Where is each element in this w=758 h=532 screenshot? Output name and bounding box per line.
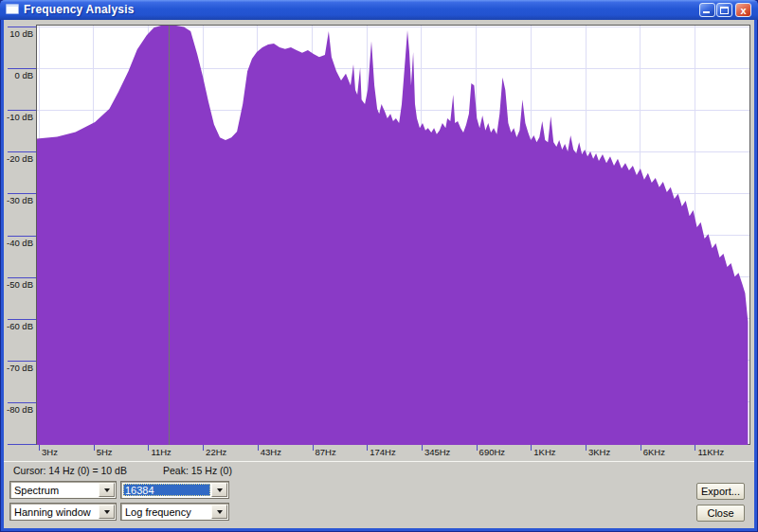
x-axis-ruler: 3Hz5Hz11Hz22Hz43Hz87Hz174Hz345Hz690Hz1KH… [36, 445, 750, 458]
y-axis-label: -70 dB [0, 363, 33, 373]
y-axis-label: -80 dB [0, 404, 33, 415]
window-title: Frequency Analysis [24, 3, 135, 16]
algorithm-combobox[interactable]: Spectrum [9, 481, 117, 499]
y-axis-label: -50 dB [0, 279, 33, 290]
x-axis-label: 6KHz [643, 447, 665, 457]
dropdown-arrow-icon[interactable] [99, 505, 115, 519]
frequency-analysis-window: Frequency Analysis x 10 dB0 dB-10 dB-20 … [0, 0, 758, 532]
y-axis-label: -10 dB [0, 112, 33, 122]
y-axis-label: 0 dB [0, 70, 33, 80]
window-icon [6, 4, 19, 14]
spectrum-area [37, 26, 748, 445]
y-axis-tick [8, 68, 36, 69]
axis-combobox[interactable]: Log frequency [120, 503, 229, 521]
y-axis-tick [8, 151, 36, 152]
y-axis-tick [8, 110, 36, 111]
titlebar[interactable]: Frequency Analysis x [0, 0, 758, 20]
x-axis-label: 174Hz [370, 447, 395, 457]
y-axis-tick [8, 277, 36, 278]
y-axis-label: -60 dB [0, 321, 33, 331]
y-axis-ruler: 10 dB0 dB-10 dB-20 dB-30 dB-40 dB-50 dB-… [7, 25, 36, 446]
plot-area[interactable] [36, 25, 750, 445]
x-axis-tick [313, 445, 314, 451]
x-axis-tick [586, 445, 587, 451]
size-value: 16384 [123, 484, 210, 496]
x-axis-label: 3Hz [42, 447, 58, 457]
y-axis-label: -40 dB [0, 238, 33, 248]
x-axis-tick [94, 445, 95, 451]
x-axis-tick [258, 445, 259, 451]
x-axis-label: 345Hz [424, 447, 450, 457]
y-axis-label: -20 dB [0, 153, 33, 164]
x-axis-tick [203, 445, 204, 451]
x-axis-tick [367, 445, 368, 451]
peak-status: Peak: 15 Hz (0) [163, 465, 232, 476]
close-dialog-button[interactable]: Close [696, 505, 745, 522]
y-axis-label: -30 dB [0, 195, 33, 205]
dropdown-arrow-icon[interactable] [211, 505, 227, 519]
x-axis-label: 1KHz [533, 447, 555, 457]
x-axis-tick [641, 445, 641, 451]
close-button[interactable]: x [735, 3, 751, 17]
x-axis-tick [477, 445, 478, 451]
minimize-button[interactable] [699, 3, 715, 17]
x-axis-tick [422, 445, 423, 451]
close-icon: x [736, 4, 750, 16]
y-axis-tick [8, 402, 36, 403]
y-axis-tick [8, 236, 36, 237]
x-axis-label: 43Hz [261, 447, 281, 457]
y-axis-end-tick [8, 444, 36, 445]
dropdown-arrow-icon[interactable] [211, 483, 227, 497]
x-axis-tick [695, 445, 695, 451]
x-axis-label: 22Hz [206, 447, 226, 457]
x-axis-tick [39, 445, 40, 451]
window-function-combobox[interactable]: Hanning window [9, 503, 117, 521]
x-axis-label: 690Hz [479, 447, 505, 457]
x-axis-label: 11KHz [697, 447, 724, 457]
x-axis-label: 11Hz [151, 447, 171, 457]
y-axis-tick [8, 319, 36, 320]
minimize-icon [703, 11, 710, 13]
y-axis-label: 10 dB [0, 28, 33, 39]
x-axis-tick [148, 445, 149, 451]
y-axis-tick [8, 193, 36, 194]
x-axis-label: 87Hz [316, 447, 336, 457]
axis-value: Log frequency [125, 506, 191, 518]
algorithm-value: Spectrum [14, 485, 59, 496]
status-bar: Cursor: 14 Hz (0) = 10 dB Peak: 15 Hz (0… [4, 461, 754, 477]
window-function-value: Hanning window [14, 506, 91, 518]
cursor-status: Cursor: 14 Hz (0) = 10 dB [13, 465, 127, 476]
y-axis-tick [8, 361, 36, 362]
x-axis-label: 3KHz [588, 447, 610, 457]
export-button[interactable]: Export... [696, 483, 745, 500]
maximize-button[interactable] [716, 3, 732, 17]
x-axis-tick [531, 445, 532, 451]
size-combobox[interactable]: 16384 [120, 481, 229, 499]
maximize-icon [720, 7, 729, 14]
y-axis-tick [8, 27, 36, 27]
dropdown-arrow-icon[interactable] [99, 483, 115, 497]
x-axis-label: 5Hz [97, 447, 113, 457]
